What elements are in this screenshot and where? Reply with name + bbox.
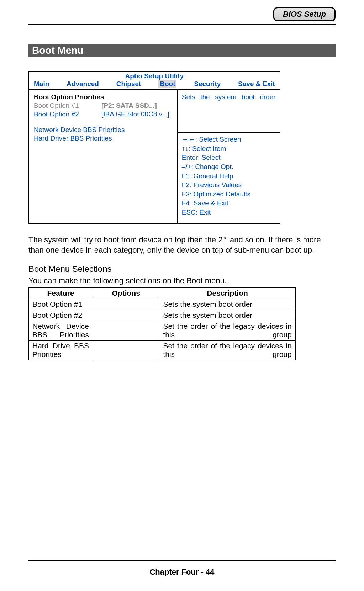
section-title: Boot Menu <box>28 44 336 57</box>
bios-key-help: →←: Select Screen ↑↓: Select Item Enter:… <box>178 132 280 223</box>
bios-help-text: Sets the system boot order <box>178 90 280 132</box>
bios-utility-panel: Aptio Setup Utility Main Advanced Chipse… <box>28 71 280 224</box>
network-device-bbs-item[interactable]: Network Device BBS Priorities <box>34 126 172 134</box>
tab-main[interactable]: Main <box>34 80 49 88</box>
boot-option-1-label: Boot Option #1 <box>34 102 101 110</box>
table-row: Boot Option #1Sets the system boot order <box>29 299 296 310</box>
hard-driver-bbs-item[interactable]: Hard Driver BBS Priorities <box>34 134 172 142</box>
bios-left-panel: Boot Option Priorities Boot Option #1 [P… <box>29 90 178 223</box>
cell-description: Set the order of the legacy devices in t… <box>159 341 295 360</box>
table-row: Network Device BBS PrioritiesSet the ord… <box>29 321 296 341</box>
cell-description: Set the order of the legacy devices in t… <box>159 321 295 341</box>
key-f4: F4: Save & Exit <box>182 199 276 208</box>
cell-feature: Boot Option #1 <box>29 299 93 310</box>
bios-title: Aptio Setup Utility <box>29 72 280 80</box>
key-enter: Enter: Select <box>182 153 276 162</box>
tab-boot[interactable]: Boot <box>158 80 176 88</box>
header-feature: Feature <box>29 288 93 299</box>
table-row: Boot Option #2Sets the system boot order <box>29 310 296 321</box>
cell-description: Sets the system boot order <box>159 310 295 321</box>
cell-options <box>93 341 159 360</box>
tab-security[interactable]: Security <box>194 80 221 88</box>
key-esc: ESC: Exit <box>182 208 276 217</box>
boot-option-2-value: [IBA GE Slot 00C8 v...] <box>101 110 169 118</box>
key-change-opt: –/+: Change Opt. <box>182 162 276 172</box>
tab-save-exit[interactable]: Save & Exit <box>238 80 275 88</box>
boot-option-2-label: Boot Option #2 <box>34 110 101 118</box>
cell-feature: Hard Drive BBS Priorities <box>29 341 93 360</box>
cell-options <box>93 299 159 310</box>
bottom-rule <box>28 559 336 561</box>
key-f3: F3: Optimized Defaults <box>182 190 276 199</box>
key-f2: F2: Previous Values <box>182 180 276 190</box>
boot-option-2-row[interactable]: Boot Option #2 [IBA GE Slot 00C8 v...] <box>34 110 172 118</box>
key-f1: F1: General Help <box>182 172 276 181</box>
cell-feature: Network Device BBS Priorities <box>29 321 93 341</box>
table-row: Hard Drive BBS PrioritiesSet the order o… <box>29 341 296 360</box>
cell-options <box>93 321 159 341</box>
cell-options <box>93 310 159 321</box>
table-header-row: Feature Options Description <box>29 288 296 299</box>
top-rule <box>28 24 336 26</box>
key-select-item: ↑↓: Select Item <box>182 144 276 153</box>
bios-right-panel: Sets the system boot order →←: Select Sc… <box>178 90 280 223</box>
boot-option-priorities-heading: Boot Option Priorities <box>34 93 172 101</box>
desc-before: The system will try to boot from device … <box>28 235 222 244</box>
boot-menu-selections-heading: Boot Menu Selections <box>28 264 336 274</box>
desc-sup: nd <box>222 235 227 240</box>
footer-text: Chapter Four - 44 <box>28 568 336 577</box>
selections-table: Feature Options Description Boot Option … <box>28 287 296 360</box>
boot-option-1-value: [P2: SATA SSD...] <box>101 102 157 110</box>
header-options: Options <box>93 288 159 299</box>
tab-advanced[interactable]: Advanced <box>67 80 99 88</box>
description-paragraph: The system will try to boot from device … <box>28 234 336 255</box>
cell-description: Sets the system boot order <box>159 299 295 310</box>
boot-option-1-row[interactable]: Boot Option #1 [P2: SATA SSD...] <box>34 102 172 110</box>
tab-chipset[interactable]: Chipset <box>116 80 141 88</box>
bios-setup-badge: BIOS Setup <box>273 7 336 21</box>
boot-menu-selections-text: You can make the following selections on… <box>28 276 336 285</box>
bios-tabs: Main Advanced Chipset Boot Security Save… <box>29 80 280 90</box>
key-select-screen: →←: Select Screen <box>182 135 276 144</box>
header-description: Description <box>159 288 295 299</box>
cell-feature: Boot Option #2 <box>29 310 93 321</box>
